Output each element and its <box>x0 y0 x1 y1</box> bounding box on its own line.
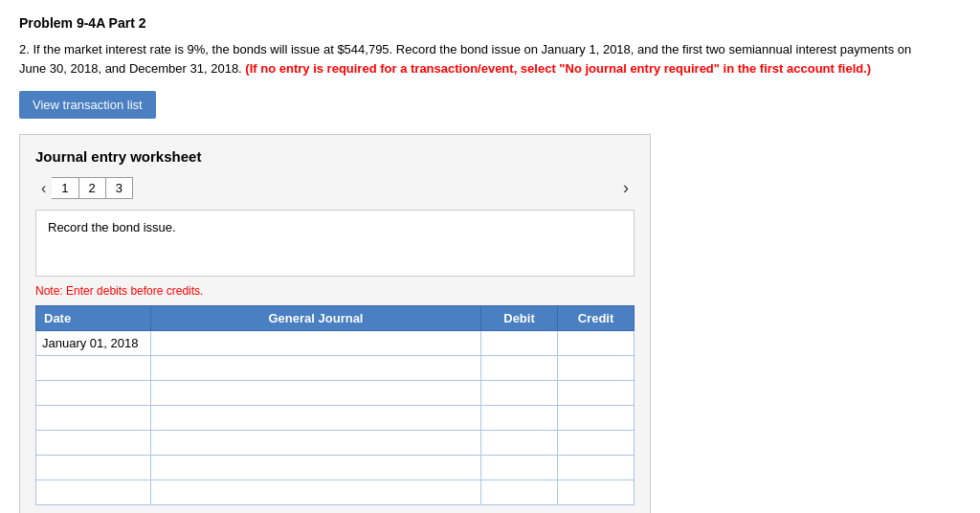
date-cell <box>36 480 151 505</box>
credit-cell[interactable] <box>558 331 635 356</box>
debit-input[interactable] <box>481 356 557 380</box>
date-cell <box>36 456 151 480</box>
tab-2[interactable]: 2 <box>79 177 106 199</box>
table-row <box>36 480 635 505</box>
table-row: January 01, 2018 <box>36 331 635 356</box>
journal-cell[interactable] <box>151 331 481 356</box>
debit-cell[interactable] <box>481 381 558 406</box>
credit-input[interactable] <box>558 381 634 405</box>
journal-input[interactable] <box>151 480 480 504</box>
table-row <box>36 431 635 456</box>
table-row <box>36 456 635 480</box>
journal-cell[interactable] <box>151 406 481 431</box>
debit-input[interactable] <box>481 331 557 355</box>
debit-cell[interactable] <box>481 331 558 356</box>
nav-arrow-right[interactable]: › <box>617 176 635 200</box>
col-header-date: Date <box>36 306 151 331</box>
debit-cell[interactable] <box>481 406 558 431</box>
journal-input[interactable] <box>151 456 480 480</box>
journal-cell[interactable] <box>151 356 481 381</box>
note-text: Note: Enter debits before credits. <box>35 284 635 298</box>
journal-input[interactable] <box>151 331 480 355</box>
journal-input[interactable] <box>151 431 480 455</box>
worksheet-title: Journal entry worksheet <box>35 148 635 165</box>
tab-3[interactable]: 3 <box>106 177 133 199</box>
description-bold-red: (If no entry is required for a transacti… <box>245 61 871 76</box>
debit-cell[interactable] <box>481 356 558 381</box>
worksheet-container: Journal entry worksheet ‹ 1 2 3 › Record… <box>19 134 651 513</box>
journal-cell[interactable] <box>151 456 481 480</box>
journal-cell[interactable] <box>151 431 481 456</box>
date-cell <box>36 406 151 431</box>
col-header-debit: Debit <box>481 306 558 331</box>
table-row <box>36 406 635 431</box>
credit-input[interactable] <box>558 431 634 455</box>
record-instruction: Record the bond issue. <box>48 220 176 234</box>
journal-input[interactable] <box>151 406 480 430</box>
debit-input[interactable] <box>481 381 557 405</box>
date-cell <box>36 431 151 456</box>
debit-input[interactable] <box>481 431 557 455</box>
credit-input[interactable] <box>558 331 634 355</box>
credit-input[interactable] <box>558 456 634 480</box>
problem-title: Problem 9-4A Part 2 <box>19 15 961 31</box>
journal-cell[interactable] <box>151 381 481 406</box>
problem-description: 2. If the market interest rate is 9%, th… <box>19 40 938 78</box>
debit-cell[interactable] <box>481 456 558 480</box>
debit-input[interactable] <box>481 456 557 480</box>
credit-cell[interactable] <box>558 456 635 480</box>
credit-input[interactable] <box>558 480 634 504</box>
date-cell: January 01, 2018 <box>36 331 151 356</box>
credit-cell[interactable] <box>558 381 635 406</box>
journal-cell[interactable] <box>151 480 481 505</box>
date-cell <box>36 356 151 381</box>
tab-1[interactable]: 1 <box>52 177 78 199</box>
journal-table: Date General Journal Debit Credit Januar… <box>35 305 635 505</box>
debit-input[interactable] <box>481 480 557 504</box>
credit-input[interactable] <box>558 356 634 380</box>
credit-cell[interactable] <box>558 480 635 505</box>
credit-cell[interactable] <box>558 356 635 381</box>
record-box: Record the bond issue. <box>35 210 635 277</box>
view-transaction-button[interactable]: View transaction list <box>19 91 156 119</box>
nav-arrow-left[interactable]: ‹ <box>35 178 52 199</box>
table-row <box>36 356 635 381</box>
date-cell <box>36 381 151 406</box>
tab-nav: ‹ 1 2 3 › <box>35 176 635 200</box>
col-header-journal: General Journal <box>151 306 481 331</box>
debit-cell[interactable] <box>481 480 558 505</box>
debit-input[interactable] <box>481 406 557 430</box>
journal-input[interactable] <box>151 356 480 380</box>
credit-cell[interactable] <box>558 431 635 456</box>
journal-input[interactable] <box>151 381 480 405</box>
credit-cell[interactable] <box>558 406 635 431</box>
debit-cell[interactable] <box>481 431 558 456</box>
col-header-credit: Credit <box>558 306 635 331</box>
credit-input[interactable] <box>558 406 634 430</box>
table-row <box>36 381 635 406</box>
